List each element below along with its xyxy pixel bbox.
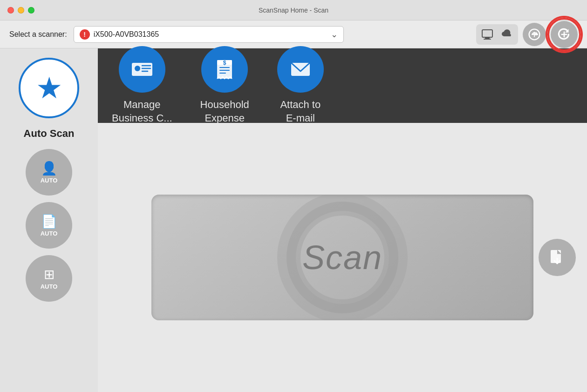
scan-area: Scan: [98, 123, 587, 392]
refresh-button[interactable]: [551, 21, 578, 48]
svg-point-13: [135, 66, 140, 71]
business-card-icon-circle: [119, 46, 165, 93]
title-bar: ScanSnap Home - Scan: [0, 0, 587, 20]
sidebar-items: 👤 AUTO 📄 AUTO ⊞ AUTO: [0, 149, 98, 302]
scanner-label: Select a scanner:: [9, 30, 67, 39]
main-layout: ★ Auto Scan 👤 AUTO 📄 AUTO ⊞ AUTO: [0, 48, 587, 392]
auto-scan-label: Auto Scan: [24, 128, 75, 140]
refresh-button-container: [551, 21, 578, 48]
receipt-icon-circle: $: [201, 46, 248, 93]
receipt-icon: $: [212, 56, 238, 82]
sidebar-item-auto-mixed[interactable]: ⊞ AUTO: [26, 255, 72, 302]
sidebar-item-label-1: AUTO: [41, 230, 58, 237]
svg-rect-1: [485, 37, 490, 39]
profile-label-household-line1: Household: [200, 98, 249, 112]
svg-rect-2: [484, 39, 491, 40]
file-output-button[interactable]: [539, 239, 576, 276]
profile-label-email: Attach to E-mail: [280, 98, 321, 125]
profile-attach-to-email[interactable]: Attach to E-mail: [277, 46, 324, 125]
close-button[interactable]: [7, 7, 14, 14]
email-icon: [287, 56, 314, 82]
sidebar: ★ Auto Scan 👤 AUTO 📄 AUTO ⊞ AUTO: [0, 48, 98, 392]
profiles-bar: Manage Business C... $: [98, 48, 587, 123]
cloud-view-button[interactable]: [498, 26, 515, 43]
toolbar-right: [476, 21, 578, 48]
view-toggle-group: [476, 24, 518, 45]
file-output-icon: [548, 248, 567, 267]
auto-scan-icon[interactable]: ★: [19, 58, 79, 118]
local-view-button[interactable]: [479, 26, 496, 43]
warning-icon: !: [80, 29, 90, 40]
business-card-icon: [129, 56, 155, 82]
profile-label-email-line1: Attach to: [280, 98, 321, 112]
sidebar-item-label-0: AUTO: [41, 177, 58, 184]
dropdown-arrow-icon: ⌄: [331, 29, 338, 40]
minimize-button[interactable]: [18, 7, 24, 14]
scanner-bar: Select a scanner: ! iX500-A0VB031365 ⌄: [0, 20, 587, 48]
profile-household-expense[interactable]: $ Household Expense: [200, 46, 249, 125]
star-icon: ★: [36, 71, 62, 105]
content-area: Manage Business C... $: [98, 48, 587, 392]
add-profile-button[interactable]: [523, 23, 546, 46]
scan-text: Scan: [302, 238, 382, 277]
email-icon-circle: [277, 46, 324, 93]
grid-icon: ⊞: [44, 267, 55, 282]
sidebar-item-auto-doc[interactable]: 📄 AUTO: [26, 202, 72, 249]
profile-label-household: Household Expense: [200, 98, 249, 125]
scan-button[interactable]: Scan: [151, 195, 533, 320]
profile-label-business-cards: Manage Business C...: [112, 98, 172, 125]
profile-label-line1: Manage: [112, 98, 172, 112]
maximize-button[interactable]: [28, 7, 34, 14]
window-title: ScanSnap Home - Scan: [259, 7, 328, 14]
document-icon: 📄: [41, 214, 57, 229]
scanner-name: iX500-A0VB031365: [94, 30, 327, 39]
svg-rect-0: [482, 30, 492, 37]
profile-manage-business-cards[interactable]: Manage Business C...: [112, 46, 172, 125]
svg-text:$: $: [223, 60, 226, 66]
sidebar-item-auto-person[interactable]: 👤 AUTO: [26, 149, 72, 196]
window-controls: [7, 7, 34, 14]
scanner-dropdown[interactable]: ! iX500-A0VB031365 ⌄: [74, 26, 344, 43]
sidebar-item-label-2: AUTO: [41, 283, 58, 290]
person-icon: 👤: [41, 161, 57, 176]
